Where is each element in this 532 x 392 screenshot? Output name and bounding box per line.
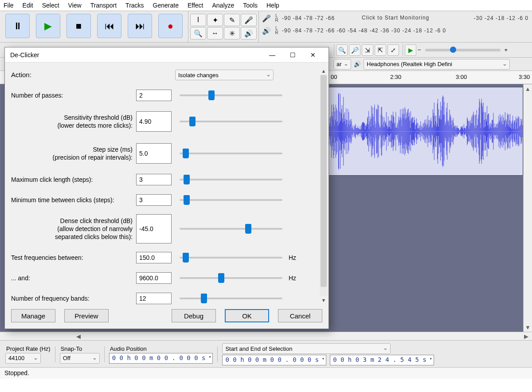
dialog-scroll-down-icon[interactable]: ▼ [320,296,328,304]
param-label: Sensitivity threshold (dB)(lower detects… [11,114,136,129]
playback-meter[interactable]: 🔊 L R -90 -84 -78 -72 -66 -60 -54 -48 -4… [262,24,529,37]
fit-project-icon[interactable]: ⇱ [375,44,386,56]
de-clicker-dialog: De-Clicker — ☐ ✕ Action: Isolate changes… [4,47,329,329]
meter-lr-label: L R [274,14,279,23]
param-input[interactable] [136,293,172,304]
multi-tool-icon[interactable]: ✳ [224,27,240,39]
record-button[interactable]: ● [158,14,183,38]
recording-device-combo-tail[interactable]: ar [333,59,351,70]
param-slider[interactable] [180,228,282,230]
transport-toolbar: ⏸ ▶ ■ ⏮ ⏭ ● I ✦ ✎ 🎤 🔍 ↔ ✳ 🔊 🎤 L R -90 -8… [0,11,532,43]
play-at-speed-button[interactable]: ▶ [405,44,416,56]
menu-file[interactable]: File [4,2,14,9]
window-maximize-button[interactable]: ☐ [282,48,303,62]
zoom-in-icon[interactable]: 🔍 [336,44,348,56]
param-label: Maximum click length (steps): [11,176,136,184]
mic-icon[interactable]: 🎤 [241,14,257,26]
scroll-down-icon[interactable]: ▼ [524,323,532,332]
ok-button[interactable]: OK [225,309,269,322]
snap-to-combo[interactable]: Off [60,353,100,364]
rec-meter-click-label[interactable]: Click to Start Monitoring [362,15,429,21]
param-label: Dense click threshold (dB)(allow detecti… [11,217,136,241]
selection-tool-icon[interactable]: I [190,14,206,26]
zoom-tool-icon[interactable]: 🔍 [190,27,206,39]
envelope-tool-icon[interactable]: ✦ [207,14,223,26]
param-label: Number of passes: [11,91,136,99]
debug-button[interactable]: Debug [172,309,216,322]
param-label: Step size (ms)(precision of repair inter… [11,145,136,161]
menu-analyze[interactable]: Analyze [212,2,235,9]
menu-generate[interactable]: Generate [153,2,179,9]
cancel-button[interactable]: Cancel [278,309,322,322]
vertical-scrollbar[interactable]: ▲ ▼ [523,84,532,332]
dialog-title: De-Clicker [10,51,39,59]
play-button[interactable]: ▶ [36,14,60,38]
skip-start-button[interactable]: ⏮ [97,14,121,38]
play-meter-scale: -90 -84 -78 -72 -66 -60 -54 -48 -42 -36 … [282,27,529,34]
selection-start-input[interactable]: 0 0 h 0 0 m 0 0 . 0 0 0 s [222,355,326,365]
param-slider[interactable] [180,153,282,154]
action-combo[interactable]: Isolate changes [175,70,274,80]
menu-view[interactable]: View [68,2,82,9]
param-slider[interactable] [180,199,282,201]
zoom-toggle-icon[interactable]: ⤢ [387,44,399,56]
param-input[interactable] [136,143,172,164]
param-slider[interactable] [180,179,282,180]
waveform-clip[interactable] [328,87,523,176]
fit-selection-icon[interactable]: ⇲ [362,44,373,56]
param-input[interactable] [136,111,172,132]
mic-meter-icon: 🎤 [262,14,271,23]
scroll-up-icon[interactable]: ▲ [524,84,532,93]
selection-mode-combo[interactable]: Start and End of Selection [222,343,391,354]
preview-button[interactable]: Preview [64,309,109,322]
status-text: Stopped. [4,369,29,376]
param-input[interactable] [136,214,172,243]
menu-tools[interactable]: Tools [243,2,258,9]
horizontal-scrollbar[interactable]: ◀ ▶ [0,332,532,341]
param-input[interactable] [136,194,172,206]
speaker-icon[interactable]: 🔊 [241,27,257,39]
manage-button[interactable]: Manage [11,309,55,322]
snap-to-label: Snap-To [60,345,100,352]
playback-speed-slider[interactable] [425,49,501,51]
menu-effect[interactable]: Effect [188,2,203,9]
scroll-left-icon[interactable]: ◀ [74,333,82,340]
param-slider[interactable] [180,94,282,96]
param-slider[interactable] [180,298,282,299]
audio-position-label: Audio Position [109,345,213,352]
param-input[interactable] [136,90,172,101]
selection-end-input[interactable]: 0 0 h 0 3 m 2 4 . 5 4 5 s [330,355,434,365]
param-slider[interactable] [180,121,282,122]
param-slider[interactable] [180,277,282,279]
recording-meter[interactable]: 🎤 L R -90 -84 -78 -72 -66 Click to Start… [262,12,529,24]
param-input[interactable] [136,272,172,284]
audio-position-input[interactable]: 0 0 h 0 0 m 0 0 . 0 0 0 s [109,353,213,364]
speaker-meter-icon: 🔊 [262,27,271,35]
menu-transport[interactable]: Transport [90,2,117,9]
dialog-scroll-up-icon[interactable]: ▲ [320,67,328,75]
project-rate-combo[interactable]: 44100 [5,353,41,364]
ruler-tick: 3:00 [456,74,467,80]
param-input[interactable] [136,252,172,263]
param-label: ... and: [11,274,136,282]
dialog-scrollbar[interactable]: ▲ ▼ [320,67,328,304]
scroll-right-icon[interactable]: ▶ [522,333,530,340]
menu-select[interactable]: Select [42,2,59,9]
ruler-tick: 3:30 [519,74,530,80]
status-bar: Stopped. [0,367,532,379]
zoom-out-icon[interactable]: 🔎 [349,44,360,56]
param-slider[interactable] [180,257,282,259]
param-units: Hz [289,274,296,282]
playback-device-combo[interactable]: Headphones (Realtek High Defini [364,59,510,70]
stop-button[interactable]: ■ [66,14,91,38]
skip-end-button[interactable]: ⏭ [128,14,152,38]
window-close-button[interactable]: ✕ [303,48,323,62]
menu-edit[interactable]: Edit [23,2,33,9]
pause-button[interactable]: ⏸ [5,14,30,38]
menu-tracks[interactable]: Tracks [125,2,144,9]
draw-tool-icon[interactable]: ✎ [224,14,240,26]
window-minimize-button[interactable]: — [262,48,282,62]
menu-help[interactable]: Help [266,2,279,9]
timeshift-tool-icon[interactable]: ↔ [207,27,223,39]
param-input[interactable] [136,174,172,185]
